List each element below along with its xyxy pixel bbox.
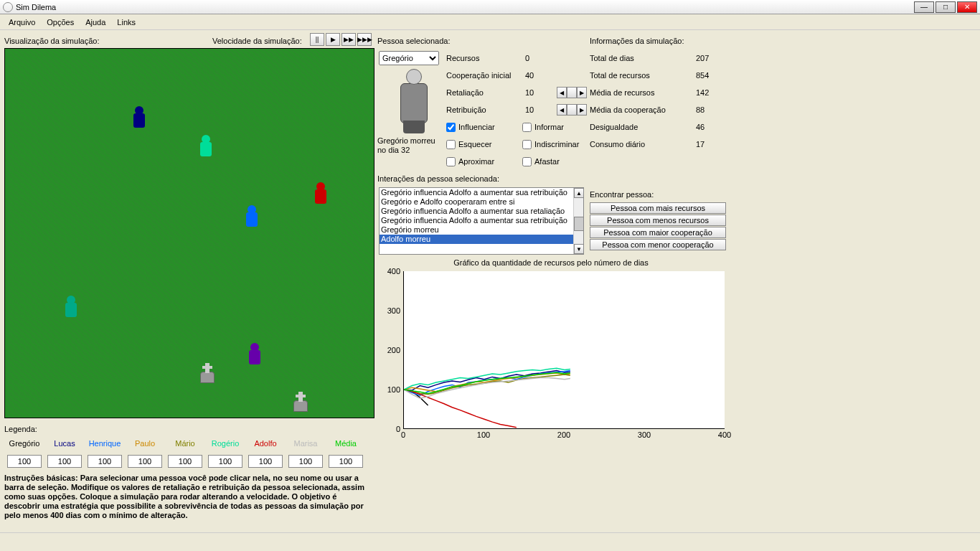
interactions-list[interactable]: Gregório influencia Adolfo a aumentar su… [379,187,584,255]
death-note: Gregório morreu no dia 32 [377,136,445,155]
xtick: 200 [557,430,570,439]
legend-value-input[interactable] [47,455,82,468]
retaliacao-dec[interactable]: ◀ [557,87,567,98]
legend-col: Paulo [125,439,165,468]
btn-menor-coop[interactable]: Pessoa com menor cooperação [590,239,726,250]
legend-value-input[interactable] [128,455,162,468]
legend-value-input[interactable] [288,455,323,468]
maximize-button[interactable]: □ [936,1,956,13]
sprite-person[interactable] [246,343,263,366]
val-media-recursos: 142 [696,88,725,97]
lbl-consumo: Consumo diário [590,140,696,149]
legend-name[interactable]: Rogério [212,439,240,449]
retribuicao-dec[interactable]: ◀ [557,104,567,116]
scrollbar[interactable]: ▲ ▼ [573,188,583,254]
avatar-icon [393,69,433,135]
label-retribuicao: Retribuição [446,105,525,114]
legend-name[interactable]: Paulo [135,439,155,449]
legend-value-input[interactable] [168,455,202,468]
ytick: 400 [387,267,400,276]
minimize-button[interactable]: — [914,1,934,13]
close-button[interactable]: ✕ [957,1,977,13]
val-desigualdade: 46 [696,123,725,131]
legend-value-input[interactable] [88,455,122,468]
value-retaliacao: 10 [525,88,554,97]
label-coop-inicial: Cooperação inicial [446,71,525,80]
legend-value-input[interactable] [248,455,283,468]
legend-value-input[interactable] [7,455,42,468]
app-icon [3,2,13,12]
legend-name[interactable]: Lucas [54,439,75,449]
legend-value-input[interactable] [329,455,363,468]
chk-influenciar[interactable] [446,123,456,132]
legend-name[interactable]: Adolfo [254,439,276,449]
menu-links[interactable]: Links [111,17,141,28]
lbl-esquecer: Esquecer [458,140,491,149]
person-select-dropdown[interactable]: Gregório [379,51,439,65]
retribuicao-inc[interactable]: ▶ [577,104,587,116]
instructions-text: Instruções básicas: Para selecionar uma … [4,474,364,519]
scroll-down-icon[interactable]: ▼ [574,244,584,254]
legend-name[interactable]: Gregório [9,439,40,449]
legend-col: Lucas [44,439,85,468]
window-title: Sim Dilema [16,3,914,11]
interaction-item[interactable]: Gregório influencia Adolfo a aumentar su… [380,207,583,216]
interaction-item[interactable]: Gregório morreu [380,225,583,235]
lbl-indiscriminar: Indiscriminar [534,140,579,149]
lbl-media-coop: Média da cooperação [590,105,696,114]
footer-divider [0,532,980,533]
chk-informar[interactable] [522,123,532,132]
chart-area: 0100200300400 0100200300400 [379,271,726,441]
menubar: Arquivo Opções Ajuda Links [0,14,980,30]
retaliacao-spinner[interactable]: ◀ ▶ [557,87,587,98]
sprite-person[interactable] [131,106,148,129]
lbl-total-recursos: Total de recursos [590,71,696,80]
retaliacao-inc[interactable]: ▶ [577,87,587,98]
lbl-media-recursos: Média de recursos [590,88,696,97]
chart-title: Gráfico da quantidade de recursos pelo n… [379,258,723,267]
retribuicao-track[interactable] [567,104,577,116]
person-select[interactable]: Gregório [379,51,439,65]
retaliacao-track[interactable] [567,87,577,98]
simulation-view[interactable] [4,48,374,418]
interaction-item[interactable]: Gregório e Adolfo cooperaram entre si [380,197,583,207]
legend-col: Mário [165,439,205,468]
sprite-person[interactable] [243,205,260,228]
speed-pause-button[interactable]: || [310,33,324,46]
chk-indiscriminar[interactable] [522,140,532,149]
legend-name[interactable]: Média [335,439,357,449]
menu-ajuda[interactable]: Ajuda [80,17,111,28]
label-info: Informações da simulação: [590,34,684,47]
speed-ff-button[interactable]: ▶▶ [341,33,356,46]
legend-name[interactable]: Henrique [89,439,121,449]
scroll-thumb[interactable] [574,217,584,231]
speed-fff-button[interactable]: ▶▶▶ [357,33,372,46]
sprite-person[interactable] [312,182,329,205]
scroll-up-icon[interactable]: ▲ [574,188,584,198]
btn-menos-recursos[interactable]: Pessoa com menos recursos [590,215,726,226]
legend-col: Marisa [286,439,326,468]
legend-name[interactable]: Marisa [293,439,317,449]
interaction-item[interactable]: Gregório influencia Adolfo a aumentar su… [380,216,583,225]
titlebar: Sim Dilema — □ ✕ [0,0,980,14]
sprite-person[interactable] [197,135,215,158]
chk-afastar[interactable] [522,157,532,166]
retribuicao-spinner[interactable]: ◀ ▶ [557,104,587,116]
btn-mais-recursos[interactable]: Pessoa com mais recursos [590,202,726,214]
label-interacoes: Interações da pessoa selecionada: [377,172,499,185]
interaction-item[interactable]: Adolfo morreu [380,235,583,244]
chk-esquecer[interactable] [446,140,456,149]
menu-opcoes[interactable]: Opções [41,17,80,28]
legend-value-input[interactable] [208,455,242,468]
sprite-person[interactable] [62,296,80,319]
btn-maior-coop[interactable]: Pessoa com maior cooperação [590,227,726,238]
chk-aproximar[interactable] [446,157,456,166]
interaction-item[interactable]: Gregório influencia Adolfo a aumentar su… [380,188,583,197]
label-encontrar: Encontrar pessoa: [590,188,654,201]
value-coop-inicial: 40 [525,71,554,80]
speed-play-button[interactable]: ▶ [326,33,340,46]
lbl-afastar: Afastar [534,157,560,166]
legend-col: Adolfo [245,439,286,468]
menu-arquivo[interactable]: Arquivo [3,17,41,28]
legend-name[interactable]: Mário [175,439,195,449]
